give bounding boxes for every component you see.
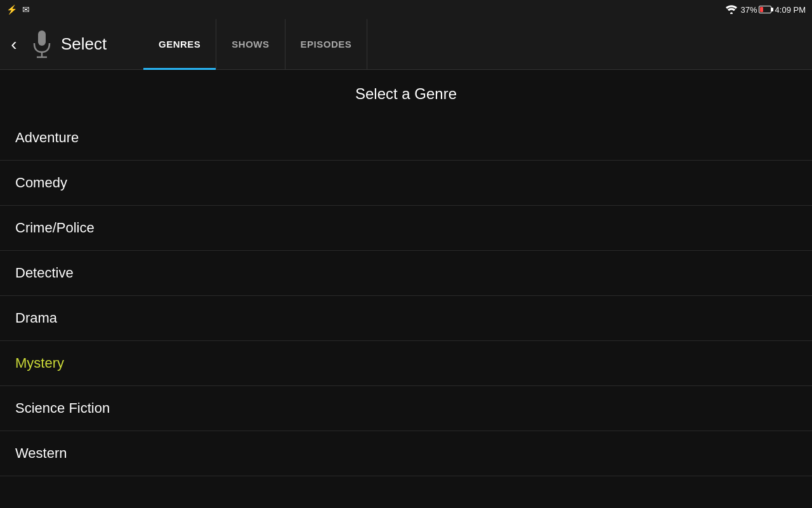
- email-icon: ✉: [22, 4, 30, 15]
- tabs-container: GENRES SHOWS EPISODES: [143, 19, 367, 70]
- usb-icon: ⚡: [6, 4, 17, 15]
- time-display: 4:09 PM: [775, 5, 806, 15]
- genre-list: AdventureComedyCrime/PoliceDetectiveDram…: [0, 116, 812, 476]
- tab-genres[interactable]: GENRES: [143, 19, 216, 70]
- genre-item-science-fiction[interactable]: Science Fiction: [0, 386, 812, 431]
- wifi-icon: [726, 5, 737, 14]
- genre-item-adventure[interactable]: Adventure: [0, 116, 812, 161]
- status-right-icons: 37% 4:09 PM: [726, 5, 806, 15]
- tab-shows[interactable]: SHOWS: [216, 19, 285, 70]
- svg-point-0: [730, 12, 733, 14]
- genre-item-comedy[interactable]: Comedy: [0, 161, 812, 206]
- microphone-icon: [32, 29, 52, 60]
- tab-episodes[interactable]: EPISODES: [285, 19, 368, 70]
- main-content: Select a Genre AdventureComedyCrime/Poli…: [0, 70, 812, 508]
- app-header: ‹ Select GENRES SHOWS EPISODES: [0, 19, 812, 70]
- app-logo: [28, 25, 56, 64]
- battery-indicator: 37%: [741, 5, 771, 15]
- back-button[interactable]: ‹: [0, 19, 28, 70]
- svg-rect-1: [38, 30, 46, 46]
- status-left-icons: ⚡ ✉: [6, 4, 30, 15]
- battery-fill: [760, 7, 764, 12]
- genre-item-crime-police[interactable]: Crime/Police: [0, 206, 812, 251]
- section-title: Select a Genre: [0, 70, 812, 116]
- battery-percentage: 37%: [741, 5, 757, 15]
- app-title: Select: [61, 34, 124, 54]
- genre-item-mystery[interactable]: Mystery: [0, 341, 812, 386]
- genre-item-drama[interactable]: Drama: [0, 296, 812, 341]
- genre-item-detective[interactable]: Detective: [0, 251, 812, 296]
- back-icon: ‹: [11, 34, 16, 55]
- status-bar: ⚡ ✉ 37% 4:09 PM: [0, 0, 812, 19]
- genre-item-western[interactable]: Western: [0, 431, 812, 476]
- battery-icon: [759, 6, 771, 13]
